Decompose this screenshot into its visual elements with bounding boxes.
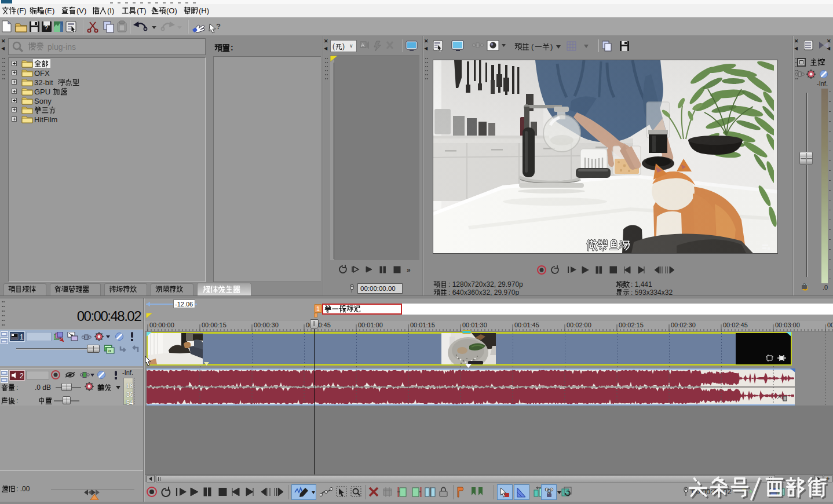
svg-text:00:02:45: 00:02:45 [723,322,748,328]
svg-text:00:00:00: 00:00:00 [149,322,174,328]
svg-text:?: ? [216,22,221,31]
svg-text:A: A [361,42,364,48]
svg-text:»: » [407,266,411,274]
svg-text:?: ? [45,25,48,31]
svg-text:00:00:30: 00:00:30 [254,322,279,328]
svg-text:00:00:15: 00:00:15 [202,322,226,328]
svg-text:00:01:45: 00:01:45 [514,322,539,328]
svg-text:00:01:30: 00:01:30 [462,322,487,328]
svg-text:00:02:00: 00:02:00 [567,322,591,328]
svg-text:α: α [108,348,111,353]
svg-text:00:01:15: 00:01:15 [410,322,435,328]
svg-text:00:03:00: 00:03:00 [775,322,800,328]
svg-text:00:02:30: 00:02:30 [671,322,696,328]
svg-text:00:03:15: 00:03:15 [827,322,833,328]
svg-text:00:02:15: 00:02:15 [619,322,644,328]
svg-text:00:01:00: 00:01:00 [358,322,383,328]
